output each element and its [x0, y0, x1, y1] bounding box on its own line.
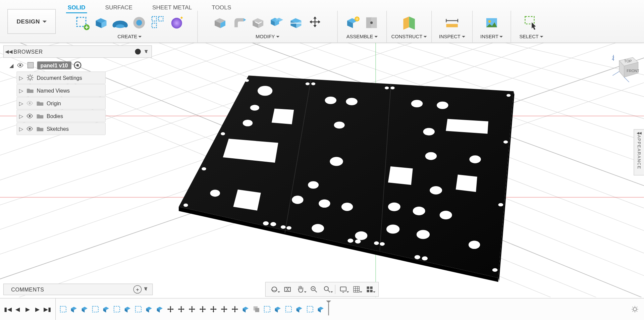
- timeline-sketch-feature[interactable]: [58, 304, 68, 314]
- timeline-sketch-feature[interactable]: [133, 304, 144, 314]
- timeline-track[interactable]: [56, 299, 630, 320]
- timeline-sketch-feature[interactable]: [91, 304, 101, 314]
- timeline-move-feature[interactable]: [209, 304, 219, 314]
- viewcube[interactable]: Z TOP FRONT: [610, 52, 639, 84]
- timeline-move-feature[interactable]: [176, 304, 186, 314]
- timeline-move-feature[interactable]: [230, 304, 240, 314]
- timeline-last-button[interactable]: ▶▮: [43, 305, 52, 314]
- workspace-switcher[interactable]: DESIGN: [7, 9, 56, 34]
- pattern-button[interactable]: [149, 14, 167, 32]
- timeline-end-marker[interactable]: [328, 303, 329, 315]
- comments-pin-icon[interactable]: [143, 286, 151, 292]
- construct-group-label[interactable]: CONSTRUCT: [391, 34, 427, 40]
- browser-item-bodies[interactable]: ▷ Bodies: [16, 110, 106, 122]
- expand-icon[interactable]: ▷: [18, 75, 23, 80]
- timeline-move-feature[interactable]: [219, 304, 229, 314]
- orbit-button[interactable]: [268, 283, 280, 295]
- timeline-sketch-feature[interactable]: [305, 304, 315, 314]
- timeline-move-feature[interactable]: [198, 304, 208, 314]
- insert-group-label[interactable]: INSERT: [480, 34, 503, 40]
- timeline-settings-icon[interactable]: [630, 304, 640, 314]
- timeline-next-button[interactable]: ▶: [33, 305, 42, 314]
- timeline-combine-feature[interactable]: [251, 304, 261, 314]
- browser-options-icon[interactable]: [135, 49, 141, 54]
- folder-icon: [36, 125, 44, 133]
- create-sketch-button[interactable]: [73, 14, 91, 32]
- browser-collapse-icon[interactable]: ◀◀: [4, 49, 14, 54]
- pan-button[interactable]: [294, 283, 307, 295]
- press-pull-button[interactable]: [211, 14, 229, 32]
- inspect-group-label[interactable]: INSPECT: [439, 34, 465, 40]
- look-at-button[interactable]: [281, 283, 294, 295]
- joint-button[interactable]: [363, 14, 381, 32]
- timeline-move-feature[interactable]: [166, 304, 176, 314]
- timeline-first-button[interactable]: ▮◀: [3, 305, 12, 314]
- expand-icon[interactable]: ▷: [18, 113, 23, 118]
- move-button[interactable]: [306, 14, 324, 32]
- new-component-button[interactable]: [343, 14, 362, 32]
- timeline-extrude-feature[interactable]: [273, 304, 283, 314]
- viewport-layout-button[interactable]: [364, 283, 376, 295]
- fillet-button[interactable]: [230, 14, 248, 32]
- timeline-extrude-feature[interactable]: [69, 304, 79, 314]
- expand-icon[interactable]: ▷: [18, 88, 23, 93]
- revolve-button[interactable]: [111, 14, 129, 32]
- visibility-icon[interactable]: [16, 61, 24, 69]
- create-group-label[interactable]: CREATE: [117, 34, 142, 40]
- timeline-extrude-feature[interactable]: [316, 304, 326, 314]
- fit-button[interactable]: [321, 283, 333, 295]
- timeline-extrude-feature[interactable]: [101, 304, 111, 314]
- browser-pin-icon[interactable]: [143, 49, 150, 54]
- visibility-icon[interactable]: [26, 112, 34, 120]
- hole-button[interactable]: [130, 14, 148, 32]
- assemble-group-label[interactable]: ASSEMBLE: [346, 34, 378, 40]
- select-group-label[interactable]: SELECT: [519, 34, 543, 40]
- svg-rect-143: [307, 306, 313, 312]
- svg-point-83: [440, 211, 452, 219]
- combine-button[interactable]: [268, 14, 286, 32]
- shell-button[interactable]: [249, 14, 267, 32]
- timeline-extrude-feature[interactable]: [294, 304, 304, 314]
- browser-item-sketches[interactable]: ▷ Sketches: [16, 123, 106, 135]
- timeline-extrude-feature[interactable]: [155, 304, 165, 314]
- browser-label: Bodies: [47, 113, 63, 119]
- timeline-sketch-feature[interactable]: [112, 304, 122, 314]
- construct-plane-button[interactable]: [400, 14, 418, 32]
- timeline-extrude-feature[interactable]: [80, 304, 90, 314]
- select-button[interactable]: [522, 14, 540, 32]
- appearance-panel-tab[interactable]: APPEARANCE: [634, 129, 644, 175]
- comments-bar[interactable]: COMMENTS +: [3, 283, 153, 295]
- modify-group-label[interactable]: MODIFY: [256, 34, 279, 40]
- svg-point-67: [341, 203, 353, 211]
- expand-icon[interactable]: ▷: [18, 101, 23, 106]
- zoom-button[interactable]: [308, 283, 320, 295]
- add-comment-icon[interactable]: +: [133, 285, 142, 294]
- timeline-extrude-feature[interactable]: [240, 304, 251, 314]
- split-button[interactable]: [287, 14, 305, 32]
- measure-button[interactable]: [443, 14, 461, 32]
- visibility-off-icon[interactable]: [26, 100, 34, 107]
- timeline-sketch-feature[interactable]: [283, 304, 293, 314]
- browser-item-doc-settings[interactable]: ▷ Document Settings: [16, 71, 106, 84]
- extrude-button[interactable]: [92, 14, 110, 32]
- browser-root-row[interactable]: ◢ panel1 v10: [9, 59, 152, 71]
- browser-item-named-views[interactable]: ▷ Named Views: [16, 84, 106, 97]
- visibility-icon[interactable]: [26, 125, 34, 132]
- timeline-prev-button[interactable]: ◀: [13, 305, 22, 314]
- svg-point-80: [430, 186, 442, 195]
- timeline-move-feature[interactable]: [187, 304, 197, 314]
- expand-icon[interactable]: ▷: [18, 126, 23, 131]
- display-settings-button[interactable]: [337, 283, 350, 295]
- grid-settings-button[interactable]: [350, 283, 363, 295]
- timeline-extrude-feature[interactable]: [144, 304, 154, 314]
- timeline-sketch-feature[interactable]: [262, 304, 272, 314]
- browser-header[interactable]: ◀◀ BROWSER: [3, 45, 152, 58]
- browser-item-origin[interactable]: ▷ Origin: [16, 97, 106, 109]
- expand-icon[interactable]: ◢: [9, 63, 14, 68]
- activate-radio-icon[interactable]: [74, 61, 81, 69]
- timeline-play-button[interactable]: ▶: [23, 305, 32, 314]
- form-button[interactable]: [168, 14, 186, 32]
- timeline-extrude-feature[interactable]: [123, 304, 133, 314]
- insert-button[interactable]: [483, 14, 501, 32]
- model-body[interactable]: [179, 75, 515, 282]
